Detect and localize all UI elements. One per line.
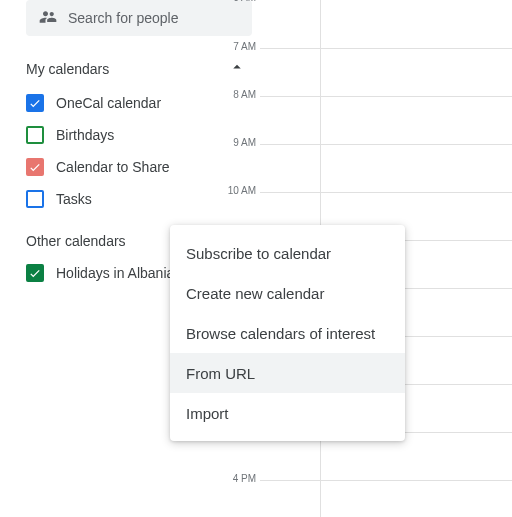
other-calendars-title: Other calendars <box>26 233 126 249</box>
hour-row[interactable]: 8 AM <box>260 96 512 144</box>
checkmark-icon <box>28 160 42 174</box>
search-placeholder: Search for people <box>68 10 179 26</box>
my-calendars-title: My calendars <box>26 61 109 77</box>
calendar-label: Tasks <box>56 191 92 207</box>
context-menu-item[interactable]: From URL <box>170 353 405 393</box>
hour-row[interactable]: 6 AM <box>260 0 512 48</box>
hour-row[interactable]: 9 AM <box>260 144 512 192</box>
checkmark-icon <box>28 96 42 110</box>
hour-label: 7 AM <box>220 41 256 52</box>
search-people-input[interactable]: Search for people <box>26 0 252 36</box>
other-calendars-context-menu: Subscribe to calendarCreate new calendar… <box>170 225 405 441</box>
hour-row[interactable]: 4 PM <box>260 480 512 517</box>
hour-label: 6 AM <box>220 0 256 3</box>
people-search-icon <box>38 7 58 30</box>
calendar-checkbox[interactable] <box>26 158 44 176</box>
calendar-checkbox[interactable] <box>26 190 44 208</box>
calendar-checkbox[interactable] <box>26 94 44 112</box>
hour-label: 9 AM <box>220 137 256 148</box>
my-calendars-list: OneCal calendarBirthdaysCalendar to Shar… <box>0 87 260 219</box>
calendar-label: Birthdays <box>56 127 114 143</box>
hour-label: 10 AM <box>220 185 256 196</box>
calendar-label: OneCal calendar <box>56 95 161 111</box>
context-menu-item[interactable]: Create new calendar <box>170 273 405 313</box>
hour-row[interactable]: 7 AM <box>260 48 512 96</box>
checkmark-icon <box>28 266 42 280</box>
hour-label: 4 PM <box>220 473 256 484</box>
calendar-label: Holidays in Albania <box>56 265 174 281</box>
hour-label: 8 AM <box>220 89 256 100</box>
context-menu-item[interactable]: Browse calendars of interest <box>170 313 405 353</box>
my-calendar-item[interactable]: Calendar to Share <box>26 151 260 183</box>
calendar-label: Calendar to Share <box>56 159 170 175</box>
context-menu-item[interactable]: Subscribe to calendar <box>170 233 405 273</box>
calendar-checkbox[interactable] <box>26 126 44 144</box>
context-menu-item[interactable]: Import <box>170 393 405 433</box>
chevron-up-icon <box>228 58 246 79</box>
calendar-checkbox[interactable] <box>26 264 44 282</box>
